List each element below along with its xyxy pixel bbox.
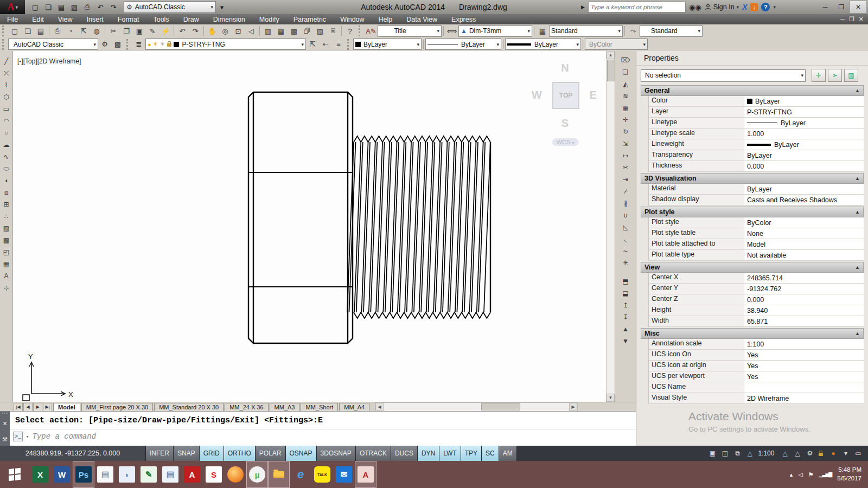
layer-unlock-icon[interactable]: [167, 43, 171, 47]
sticky-notes-icon[interactable]: ▤: [159, 461, 181, 488]
start-button[interactable]: [0, 461, 29, 488]
minimize-button[interactable]: ─: [817, 1, 833, 13]
layer-on-bulb-icon[interactable]: ●: [148, 41, 151, 48]
toolbar-grip[interactable]: [2, 39, 7, 50]
vertical-scrollbar[interactable]: ▲ ▼: [606, 51, 615, 402]
redo-icon[interactable]: ↷: [189, 25, 202, 36]
toolbar-grip[interactable]: [359, 25, 363, 36]
quick-select-button[interactable]: ▥: [844, 69, 858, 82]
command-history[interactable]: Select action: [Pipe-size/Draw-pipe/Fitt…: [10, 412, 636, 446]
line-icon[interactable]: ╱: [1, 55, 12, 67]
workspace-settings-icon[interactable]: ⚙: [98, 39, 111, 50]
search-binoculars-icon[interactable]: ◉◉: [689, 3, 701, 11]
sign-in-button[interactable]: Sign In ▾: [705, 3, 739, 11]
doc-minimize-button[interactable]: ─: [840, 16, 845, 23]
property-value[interactable]: ByLayer: [744, 150, 864, 160]
table-icon[interactable]: ▦: [1, 258, 12, 269]
clean-screen-icon[interactable]: ▭: [854, 448, 863, 459]
fillet-icon[interactable]: ◟: [620, 233, 631, 245]
paste-icon[interactable]: ▣: [133, 25, 146, 36]
layer-properties-manager-icon[interactable]: ≣: [132, 39, 145, 50]
extend-icon[interactable]: ⇥: [620, 174, 631, 185]
collapse-icon[interactable]: ▲: [855, 176, 860, 181]
layer-viewport-freeze-icon[interactable]: ☀: [160, 41, 165, 48]
text-style-combo[interactable]: Title ▾: [378, 25, 442, 37]
gradient-icon[interactable]: ▩: [1, 234, 12, 246]
polygon-icon[interactable]: ⬡: [1, 91, 12, 102]
sketchup-icon[interactable]: S: [203, 461, 225, 488]
layout-tab-mm_24-x-36[interactable]: MM_24 X 36: [225, 403, 268, 412]
help-icon[interactable]: ?: [343, 25, 356, 36]
properties-section-header-3d-visualization[interactable]: 3D Visualization▲: [641, 173, 864, 184]
help-icon[interactable]: ?: [761, 3, 770, 11]
property-value[interactable]: Yes: [744, 361, 864, 371]
mirror-icon[interactable]: ◭: [620, 78, 631, 89]
excel-icon[interactable]: X: [29, 461, 51, 488]
zoom-previous-icon[interactable]: ◁: [245, 25, 258, 36]
doc-restore-button[interactable]: ❐: [849, 16, 854, 23]
bring-above-icon[interactable]: ↥: [620, 299, 631, 311]
rotate-icon[interactable]: ↻: [620, 126, 631, 137]
layout-tab-mm_a4[interactable]: MM_A4: [339, 403, 369, 412]
properties-icon[interactable]: ▥: [261, 25, 275, 36]
add-selected-icon[interactable]: ⊹: [1, 282, 12, 293]
undo-icon[interactable]: ↶: [176, 25, 189, 36]
region-icon[interactable]: ◰: [1, 246, 12, 258]
block-editor-icon[interactable]: ⚡: [159, 25, 172, 36]
menu-item-parametric[interactable]: Parametric: [286, 14, 333, 24]
toolbar-lock-icon[interactable]: [819, 453, 823, 456]
layer-combo[interactable]: ● ☀ ☀ P-STRY-FTNG ▾: [145, 38, 306, 50]
layer-color-swatch[interactable]: [174, 42, 179, 47]
kakaotalk-icon[interactable]: TALK: [311, 461, 333, 488]
plot-icon[interactable]: ⎙: [51, 25, 64, 36]
designcenter-icon[interactable]: ▦: [275, 25, 288, 36]
offset-icon[interactable]: ≋: [620, 90, 631, 101]
viewcube-west[interactable]: W: [532, 89, 542, 101]
hidden-icons-button[interactable]: ▴: [790, 471, 793, 478]
array-icon[interactable]: ▦: [620, 102, 631, 113]
property-value[interactable]: 1.000: [744, 129, 864, 139]
zoom-realtime-icon[interactable]: ◎: [219, 25, 232, 36]
collapse-icon[interactable]: ▲: [855, 88, 860, 93]
table-style-combo[interactable]: Standard ▾: [549, 25, 623, 37]
erase-icon[interactable]: ⌦: [620, 54, 631, 66]
status-menu-arrow-icon[interactable]: ▾: [841, 448, 850, 459]
collapse-icon[interactable]: ▲: [855, 209, 860, 215]
menu-item-insert[interactable]: Insert: [80, 14, 111, 24]
status-toggle-tpy[interactable]: TPY: [461, 446, 482, 461]
status-toggle-ducs[interactable]: DUCS: [391, 446, 418, 461]
status-toggle-grid[interactable]: GRID: [200, 446, 224, 461]
tool-palettes-icon[interactable]: ▩: [288, 25, 301, 36]
trim-icon[interactable]: ✂: [620, 162, 631, 173]
property-value[interactable]: P-STRY-FTNG: [744, 107, 864, 117]
property-value[interactable]: ByLayer: [744, 184, 864, 194]
ellipse-arc-icon[interactable]: ◖: [1, 175, 12, 186]
autocad-icon[interactable]: A: [355, 461, 376, 488]
property-value[interactable]: ByLayer: [744, 118, 864, 128]
layout-tab-mm_a3[interactable]: MM_A3: [270, 403, 300, 412]
viewcube-south[interactable]: S: [561, 117, 569, 130]
scrollbar-thumb[interactable]: [481, 403, 520, 410]
select-objects-button[interactable]: ➢: [828, 69, 842, 82]
lineweight-combo[interactable]: ByLayer ▾: [505, 38, 581, 50]
break-at-point-icon[interactable]: ⌿: [620, 185, 631, 197]
pan-icon[interactable]: ✋: [206, 25, 219, 36]
save-icon[interactable]: ▤: [34, 25, 47, 36]
hatch-to-back-icon[interactable]: ▼: [620, 335, 631, 346]
download-icon[interactable]: ↓: [750, 3, 758, 11]
scrollbar-thumb[interactable]: [607, 60, 615, 81]
property-value[interactable]: -91324.762: [744, 284, 864, 294]
open-file-icon[interactable]: ❏: [42, 1, 54, 13]
toolbar-grip[interactable]: [2, 25, 7, 36]
prev-tab-button[interactable]: ◀: [23, 403, 33, 412]
property-value[interactable]: 65.871: [744, 316, 864, 326]
menu-item-view[interactable]: View: [51, 14, 80, 24]
command-input-row[interactable]: >_ ▾ Type a command: [10, 429, 636, 444]
color-combo[interactable]: ByLayer ▾: [353, 38, 422, 50]
redo-icon[interactable]: ↷: [107, 1, 119, 13]
photoshop-icon[interactable]: Ps: [73, 461, 94, 488]
property-value[interactable]: 0.000: [744, 294, 864, 305]
point-icon[interactable]: ∴: [1, 210, 12, 222]
scroll-left-icon[interactable]: ◀: [375, 403, 384, 411]
cut-icon[interactable]: ✂: [107, 25, 120, 36]
